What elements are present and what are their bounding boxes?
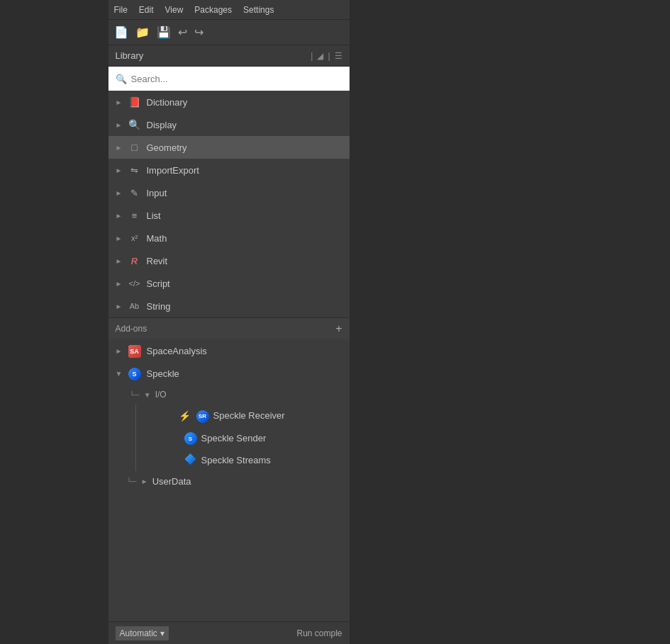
revit-icon: R <box>128 256 141 266</box>
open-icon[interactable]: 📁 <box>135 26 150 39</box>
userdata-connector: └─ <box>127 478 137 485</box>
expand-arrow-speckle: ▼ <box>116 370 123 378</box>
library-item-math[interactable]: ► x² Math <box>108 227 350 249</box>
bottom-bar: Automatic ▾ Run comple <box>108 621 350 644</box>
library-item-importexport[interactable]: ► ⇋ ImportExport <box>108 159 350 181</box>
library-item-display[interactable]: ► 🔍 Display <box>108 113 350 136</box>
search-bar: 🔍 <box>108 67 350 91</box>
expand-arrow-io: ▼ <box>144 391 151 399</box>
expand-arrow-importexport: ► <box>116 166 123 174</box>
run-status: Run comple <box>296 628 342 638</box>
menu-settings[interactable]: Settings <box>243 5 274 15</box>
search-icon: 🔍 <box>116 74 127 84</box>
library-item-script[interactable]: ► </> Script <box>108 272 350 295</box>
addons-plus-button[interactable]: + <box>335 322 342 335</box>
dropdown-arrow-icon: ▾ <box>160 628 164 638</box>
menu-packages[interactable]: Packages <box>194 5 232 15</box>
filter-icon[interactable]: ◢ <box>317 51 323 61</box>
userdata-label: UserData <box>152 476 191 487</box>
importexport-icon: ⇋ <box>128 165 141 176</box>
library-item-speckle[interactable]: ▼ S Speckle <box>108 362 350 385</box>
library-item-revit[interactable]: ► R Revit <box>108 249 350 272</box>
library-item-string[interactable]: ► Ab String <box>108 295 350 317</box>
expand-arrow-display: ► <box>116 121 123 129</box>
script-icon: </> <box>128 279 141 288</box>
math-icon: x² <box>128 234 141 242</box>
expand-arrow-dictionary: ► <box>116 98 123 106</box>
undo-icon[interactable]: ↩ <box>178 26 187 39</box>
specklereceiver-label: Speckle Receiver <box>213 410 285 421</box>
specklestreams-label: Speckle Streams <box>201 455 271 465</box>
expand-arrow-geometry: ► <box>116 144 123 152</box>
library-item-specklereceiver[interactable]: ⚡ SR Speckle Receiver <box>135 405 350 427</box>
importexport-label: ImportExport <box>147 165 199 176</box>
string-label: String <box>147 301 171 312</box>
io-section: └─ ▼ I/O ⚡ SR Speckle Receiver S Speckle… <box>108 385 350 471</box>
library-item-specklesender[interactable]: S Speckle Sender <box>135 427 350 450</box>
list-icon: ≡ <box>128 210 141 221</box>
addons-header: Add-ons + <box>108 317 350 339</box>
spaceanalysis-icon: SA <box>128 344 141 358</box>
revit-label: Revit <box>147 256 168 266</box>
library-item-geometry[interactable]: ► □ Geometry <box>108 136 350 159</box>
menu-edit[interactable]: Edit <box>139 5 154 15</box>
input-icon: ✎ <box>128 188 141 198</box>
library-header: Library | ◢ | ☰ <box>108 45 350 67</box>
divider-2: | <box>328 51 330 61</box>
geometry-icon: □ <box>128 142 141 153</box>
library-title: Library <box>116 50 311 61</box>
menu-bar: File Edit View Packages Settings <box>108 0 350 20</box>
script-label: Script <box>147 278 170 289</box>
library-item-dictionary[interactable]: ► 📕 Dictionary <box>108 91 350 113</box>
library-controls: | ◢ | ☰ <box>311 51 342 61</box>
speckle-icon: S <box>128 367 141 380</box>
library-item-specklestreams[interactable]: Speckle Streams <box>135 449 350 471</box>
display-label: Display <box>147 120 177 130</box>
string-icon: Ab <box>128 302 141 310</box>
toolbar: 📄 📁 💾 ↩ ↪ <box>108 20 350 45</box>
divider-1: | <box>311 51 313 61</box>
expand-arrow-userdata: ► <box>141 478 148 485</box>
expand-arrow-input: ► <box>116 189 123 197</box>
library-list: ► 📕 Dictionary ► 🔍 Display ► □ Geometry … <box>108 91 350 621</box>
specklesender-icon: S <box>184 431 197 446</box>
search-input[interactable] <box>131 74 342 84</box>
specklereceiver-icon: SR <box>196 409 209 423</box>
input-label: Input <box>147 188 167 198</box>
expand-arrow-string: ► <box>116 303 123 310</box>
library-item-spaceanalysis[interactable]: ► SA SpaceAnalysis <box>108 339 350 362</box>
dictionary-label: Dictionary <box>147 97 188 108</box>
app-window: File Edit View Packages Settings 📄 📁 💾 ↩… <box>108 0 350 644</box>
library-item-userdata[interactable]: └─ ► UserData <box>108 471 350 491</box>
spaceanalysis-label: SpaceAnalysis <box>147 346 207 356</box>
list-label: List <box>147 210 161 221</box>
new-file-icon[interactable]: 📄 <box>114 26 128 39</box>
math-label: Math <box>147 233 167 244</box>
mode-label: Automatic <box>120 628 157 638</box>
list-view-icon[interactable]: ☰ <box>335 51 342 61</box>
library-item-list[interactable]: ► ≡ List <box>108 204 350 227</box>
display-icon: 🔍 <box>128 119 141 130</box>
expand-arrow-revit: ► <box>116 257 123 265</box>
specklestreams-icon <box>184 453 197 467</box>
expand-arrow-spaceanalysis: ► <box>116 347 123 355</box>
io-header[interactable]: └─ ▼ I/O <box>108 385 350 405</box>
io-label: I/O <box>155 390 167 400</box>
redo-icon[interactable]: ↪ <box>194 26 203 39</box>
speckle-label: Speckle <box>147 368 179 379</box>
specklesender-label: Speckle Sender <box>201 433 267 444</box>
mode-selector[interactable]: Automatic ▾ <box>116 626 169 640</box>
expand-arrow-list: ► <box>116 212 123 220</box>
lightning-icon: ⚡ <box>179 410 191 422</box>
menu-file[interactable]: File <box>114 5 128 15</box>
expand-arrow-script: ► <box>116 280 123 288</box>
io-connector: └─ <box>130 391 140 399</box>
expand-arrow-math: ► <box>116 235 123 242</box>
geometry-label: Geometry <box>147 142 187 153</box>
dictionary-icon: 📕 <box>128 96 141 108</box>
addons-title: Add-ons <box>116 324 336 334</box>
save-icon[interactable]: 💾 <box>157 26 171 39</box>
menu-view[interactable]: View <box>165 5 184 15</box>
library-item-input[interactable]: ► ✎ Input <box>108 181 350 204</box>
